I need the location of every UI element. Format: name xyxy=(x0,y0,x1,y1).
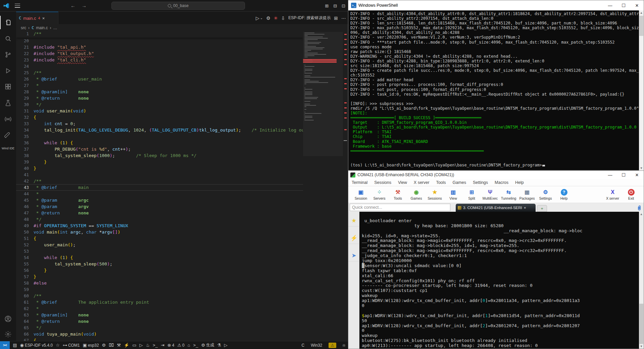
errors-icon[interactable]: ⊗4 xyxy=(167,343,175,348)
code-line-57[interactable]: 57} xyxy=(16,273,303,280)
warning-badge[interactable]: ⚠ xyxy=(329,343,336,348)
toolbar-tools-icon[interactable]: ⚒Tools xyxy=(389,189,407,200)
code-line-50[interactable]: 50void main(int argc, char *argv[]) xyxy=(16,229,303,235)
files-icon[interactable]: ▤ xyxy=(13,343,17,348)
toolbar-exit-icon[interactable]: ⏻Exit xyxy=(622,189,640,200)
code-line-66[interactable]: 66void tuya_app_main(void) xyxy=(16,331,303,337)
code-line-31[interactable]: 31void user_main(void) xyxy=(16,108,303,114)
send-file-icon[interactable]: ➤ xyxy=(348,250,359,261)
code-line-52[interactable]: 52 user_main(); xyxy=(16,242,303,248)
powershell-titlebar[interactable]: >_ Windows PowerShell — ☐ ✕ xyxy=(348,0,644,10)
session-tab-close-icon[interactable]: × xyxy=(524,206,526,210)
back-arrow-icon[interactable]: ← xyxy=(70,3,76,8)
status-Win32[interactable]: Win32 xyxy=(311,343,322,348)
toolbar-settings-icon[interactable]: ⚙Settings xyxy=(536,189,555,200)
terminal-icon[interactable]: >_ xyxy=(153,343,158,348)
espidf-flash-icon[interactable]: ✳ xyxy=(274,15,278,21)
breadcrumb-item[interactable]: main.c xyxy=(36,26,48,30)
code-line-23[interactable]: 23#include "tal_cli.h" xyxy=(16,57,303,63)
code-line-51[interactable]: 51{ xyxy=(16,235,303,242)
breadcrumb-item[interactable]: src xyxy=(21,26,26,30)
layout-toggle-icon[interactable]: ⊡ xyxy=(342,3,345,8)
run-button[interactable]: ▷ xyxy=(256,15,259,21)
toolbar-tunneling-icon[interactable]: ⇆Tunneling xyxy=(499,189,518,200)
status-C[interactable]: C xyxy=(302,343,305,348)
code-line-45[interactable]: 45 * @param argc xyxy=(16,197,303,203)
wind-ide-item[interactable]: Wind IDE xyxy=(0,147,16,150)
powershell-console[interactable]: D2Y-INFO - dst_ability:4304,dst_ability_… xyxy=(350,11,639,169)
code-line-49[interactable]: 49#if OPERATING_SYSTEM == SYSTEM_LINUX xyxy=(16,222,303,229)
toolbar-packages-icon[interactable]: ▦Packages xyxy=(518,189,536,200)
play-icon[interactable]: ▷ xyxy=(224,343,228,348)
terminal-scrollbar[interactable]: ▲ ▼ xyxy=(639,212,644,349)
source-control-icon[interactable] xyxy=(0,48,16,61)
broadcast-icon[interactable] xyxy=(0,112,16,126)
code-line-36[interactable]: 36 while (1) { xyxy=(16,140,303,146)
code-line-29[interactable]: 29 * @return none xyxy=(16,95,303,101)
toolbar-servers-icon[interactable]: ⁘Servers xyxy=(370,189,389,200)
search-icon[interactable] xyxy=(0,32,16,45)
maximize-button[interactable]: ☐ xyxy=(617,0,630,10)
toolbar-split-icon[interactable]: ⊞Split xyxy=(462,189,481,200)
gear-icon[interactable]: ⚙ xyxy=(266,15,270,21)
scroll-up-icon[interactable]: ▲ xyxy=(639,11,644,14)
install-icon[interactable]: ⇩ xyxy=(281,15,285,21)
code-line-37[interactable]: 37 PR_DEBUG("cnt is %d", cnt++); xyxy=(16,146,303,152)
split-editor-icon[interactable]: ⊞ xyxy=(334,15,338,21)
chip-icon[interactable]: ▣esp32 xyxy=(83,343,99,348)
code-line-56[interactable]: 56 } xyxy=(16,267,303,273)
code-line-39[interactable]: 39 } xyxy=(16,159,303,165)
espidf-icon[interactable]: ◉ESP-IDF v5.4.0 xyxy=(20,343,53,348)
code-line-32[interactable]: 32{ xyxy=(16,114,303,120)
menu-terminal[interactable]: Terminal xyxy=(352,180,367,185)
home-icon[interactable]: ⌂ xyxy=(188,343,190,348)
forward-arrow-icon[interactable]: → xyxy=(82,3,87,8)
code-line-25[interactable]: 25/** xyxy=(16,69,303,76)
files-icon[interactable] xyxy=(0,16,16,29)
accounts-icon[interactable] xyxy=(0,312,16,326)
menu-macros[interactable]: Macros xyxy=(495,180,508,185)
code-line-26[interactable]: 26 * @brief user_main xyxy=(16,76,303,82)
code-line-62[interactable]: 62 * xyxy=(16,305,303,312)
monitor-icon[interactable]: ▭ xyxy=(132,343,136,348)
code-line-46[interactable]: 46 * @param argv xyxy=(16,203,303,210)
close-button[interactable]: ✕ xyxy=(630,171,644,179)
scroll-down-icon[interactable]: ▼ xyxy=(639,345,644,348)
code-line-34[interactable]: 34 tal_log_init(TAL_LOG_LEVEL_DEBUG, 102… xyxy=(16,127,303,133)
tab-main-c[interactable]: C main.c 4 × xyxy=(16,12,58,24)
serial-terminal[interactable]: u_bootloader enter ty heap base: 28001B0… xyxy=(362,213,638,348)
close-button[interactable]: ✕ xyxy=(630,0,644,10)
box-arrow-icon[interactable]: ⇥ xyxy=(161,343,164,348)
maximize-button[interactable]: ☐ xyxy=(617,171,630,179)
code-line-24[interactable]: 24 xyxy=(16,63,303,69)
code-line-48[interactable]: 48 */ xyxy=(16,216,303,222)
code-line-43[interactable]: 43 * @brief main xyxy=(16,184,303,191)
breadcrumb[interactable]: src›Cmain.c›… xyxy=(16,24,348,31)
more-actions-icon[interactable]: ⋯ xyxy=(341,15,346,21)
breadcrumb-item[interactable]: … xyxy=(53,26,57,30)
flask-icon[interactable]: ⚗ xyxy=(217,343,221,348)
toolbar-games-icon[interactable]: ◉Games xyxy=(407,189,426,200)
scroll-down-icon[interactable]: ▼ xyxy=(639,166,644,170)
menu-help[interactable]: Help xyxy=(515,180,524,185)
scroll-up-icon[interactable]: ▲ xyxy=(639,212,644,216)
run-debug-icon[interactable] xyxy=(0,64,16,78)
extensions-icon[interactable] xyxy=(0,80,16,94)
paperclip-icon[interactable] xyxy=(637,205,642,212)
toolbar-sessions-icon[interactable]: ★Sessions xyxy=(426,189,444,200)
new-tab-button[interactable]: + xyxy=(537,205,547,212)
settings-gear-icon[interactable] xyxy=(0,328,16,341)
debug-run-icon[interactable]: ▷ xyxy=(139,343,143,348)
code-line-58[interactable]: 58#else xyxy=(16,280,303,286)
code-line-63[interactable]: 63 * @param[in] none xyxy=(16,312,303,318)
code-line-21[interactable]: 21#include "tal_api.h" xyxy=(16,44,303,50)
bell-icon[interactable]: ⍾ xyxy=(343,343,345,348)
wrench-icon[interactable]: ⚒ xyxy=(117,343,121,348)
menu-hamburger-icon[interactable] xyxy=(15,4,20,8)
toolbar-view-icon[interactable]: ▥View xyxy=(444,189,462,200)
code-line-40[interactable]: 40} xyxy=(16,165,303,171)
code-line-61[interactable]: 61 * @brief The application entry point xyxy=(16,299,303,305)
warnings-icon[interactable]: ⚠0 xyxy=(177,343,184,348)
layout-toggle-icon[interactable]: ⊟ xyxy=(333,3,337,8)
mobaxterm-titlebar[interactable]: COM421 (USB-Enhanced-SERIAL CH343 (COM42… xyxy=(348,171,644,179)
